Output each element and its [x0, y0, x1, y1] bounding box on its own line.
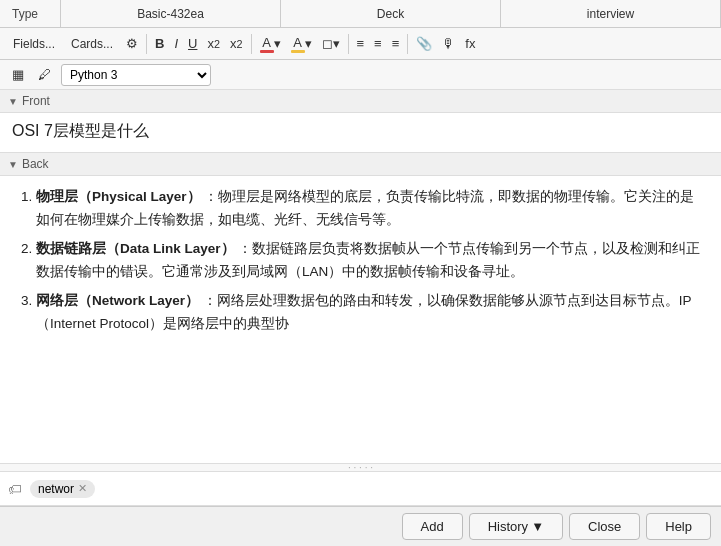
type-tab-interview[interactable]: interview: [500, 0, 721, 27]
tag-chip-label: networ: [38, 482, 74, 496]
fx-button[interactable]: fx: [461, 34, 479, 53]
unordered-list-button[interactable]: ≡: [353, 34, 369, 53]
separator-2: [251, 34, 252, 54]
toolbar: Fields... Cards... ⚙ B I U x2 x2 A ▾ A ▾…: [0, 28, 721, 60]
help-button[interactable]: Help: [646, 513, 711, 540]
type-tab-deck[interactable]: Deck: [280, 0, 500, 27]
mic-icon[interactable]: 🎙: [438, 34, 459, 53]
script-bar: ▦ 🖊 Python 3 JavaScript Ruby Java: [0, 60, 721, 90]
front-section-label: Front: [22, 94, 50, 108]
text-color-button[interactable]: A ▾: [256, 33, 285, 55]
subscript-button[interactable]: x2: [226, 34, 247, 53]
item-1-title: 物理层（Physical Layer）: [36, 189, 201, 204]
script-pencil-icon: 🖊: [34, 65, 55, 84]
back-content-area[interactable]: 物理层（Physical Layer） ：物理层是网络模型的底层，负责传输比特流…: [0, 176, 721, 464]
add-button[interactable]: Add: [402, 513, 463, 540]
eraser-icon[interactable]: ◻▾: [318, 34, 344, 53]
gear-icon[interactable]: ⚙: [122, 34, 142, 53]
bottom-bar: Add History ▼ Close Help: [0, 506, 721, 546]
tag-input[interactable]: [99, 481, 159, 496]
back-section-header[interactable]: ▼ Back: [0, 153, 721, 176]
script-grid-icon: ▦: [8, 65, 28, 84]
highlight-swatch: [291, 50, 305, 53]
tag-icon: 🏷: [8, 481, 22, 497]
tags-area[interactable]: 🏷 networ ✕: [0, 472, 721, 506]
script-language-select[interactable]: Python 3 JavaScript Ruby Java: [61, 64, 211, 86]
text-color-swatch: [260, 50, 274, 53]
type-tab-basic[interactable]: Basic-432ea: [60, 0, 280, 27]
type-label: Type: [0, 7, 60, 21]
cards-button[interactable]: Cards...: [64, 34, 120, 54]
fields-button[interactable]: Fields...: [6, 34, 62, 54]
item-3-title: 网络层（Network Layer）: [36, 293, 199, 308]
back-chevron-icon: ▼: [8, 159, 18, 170]
list-item: 物理层（Physical Layer） ：物理层是网络模型的底层，负责传输比特流…: [36, 186, 707, 232]
bold-button[interactable]: B: [151, 34, 168, 53]
superscript-button[interactable]: x2: [203, 34, 224, 53]
italic-button[interactable]: I: [170, 34, 182, 53]
history-button[interactable]: History ▼: [469, 513, 563, 540]
front-content-area[interactable]: OSI 7层模型是什么: [0, 113, 721, 153]
tag-chip[interactable]: networ ✕: [30, 480, 95, 498]
item-2-title: 数据链路层（Data Link Layer）: [36, 241, 235, 256]
underline-button[interactable]: U: [184, 34, 201, 53]
front-section-header[interactable]: ▼ Front: [0, 90, 721, 113]
type-bar: Type Basic-432ea Deck interview: [0, 0, 721, 28]
close-button[interactable]: Close: [569, 513, 640, 540]
separator-3: [348, 34, 349, 54]
history-arrow-icon: ▼: [531, 519, 544, 534]
separator-1: [146, 34, 147, 54]
back-section-label: Back: [22, 157, 49, 171]
indent-button[interactable]: ≡: [388, 34, 404, 53]
separator-4: [407, 34, 408, 54]
text-color-letter: A: [262, 35, 271, 50]
history-label: History: [488, 519, 528, 534]
highlight-color-button[interactable]: A ▾: [287, 33, 316, 55]
attach-icon[interactable]: 📎: [412, 34, 436, 53]
front-chevron-icon: ▼: [8, 96, 18, 107]
drag-handle[interactable]: · · · · ·: [0, 464, 721, 472]
list-item: 网络层（Network Layer） ：网络层处理数据包的路由和转发，以确保数据…: [36, 290, 707, 336]
tag-chip-remove[interactable]: ✕: [78, 482, 87, 495]
main-window: Type Basic-432ea Deck interview Fields..…: [0, 0, 721, 546]
highlight-letter: A: [293, 35, 302, 50]
front-text[interactable]: OSI 7层模型是什么: [12, 121, 709, 142]
ordered-list-button[interactable]: ≡: [370, 34, 386, 53]
list-item: 数据链路层（Data Link Layer） ：数据链路层负责将数据帧从一个节点…: [36, 238, 707, 284]
